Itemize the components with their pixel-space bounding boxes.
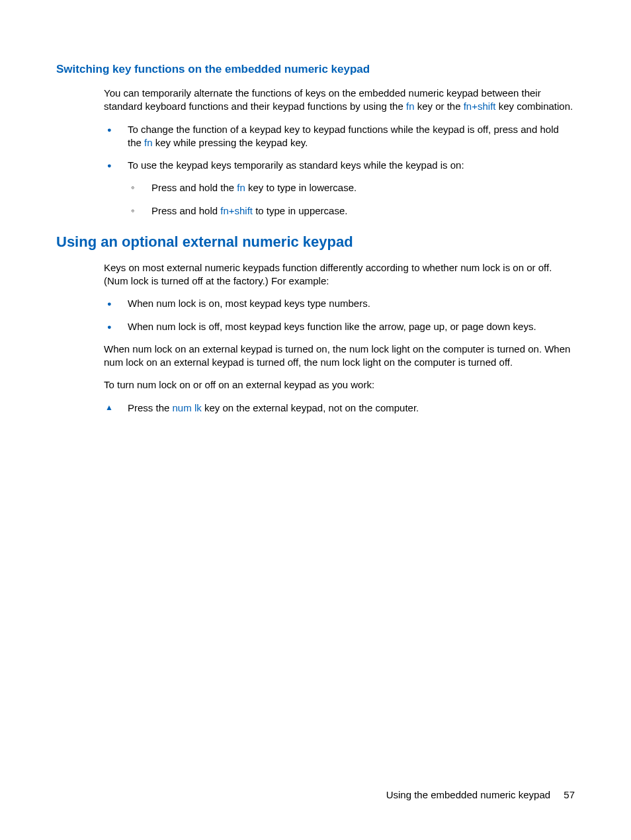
bullet-list-1: To change the function of a keypad key t…: [104, 123, 575, 218]
list-item: Press the num lk key on the external key…: [104, 401, 575, 415]
key-num-lk: num lk: [173, 402, 202, 413]
list-item: Press and hold fn+shift to type in upper…: [128, 204, 575, 218]
bullet-list-2: When num lock is on, most keypad keys ty…: [104, 297, 575, 333]
text: To use the keypad keys temporarily as st…: [128, 159, 464, 171]
text: key combination.: [495, 101, 573, 112]
sub-bullet-list: Press and hold the fn key to type in low…: [128, 181, 575, 218]
heading-switching-key-functions: Switching key functions on the embedded …: [56, 63, 575, 76]
text: key on the external keypad, not on the c…: [202, 402, 419, 413]
text: Press and hold: [151, 205, 220, 216]
footer-section-title: Using the embedded numeric keypad: [386, 789, 550, 800]
key-fn: fn: [144, 137, 153, 148]
text: key or the: [414, 101, 463, 112]
para-intro-1: You can temporarily alternate the functi…: [104, 87, 575, 114]
text: Press the: [128, 402, 173, 413]
list-item: To use the keypad keys temporarily as st…: [104, 159, 575, 218]
list-item: When num lock is off, most keypad keys f…: [104, 320, 575, 333]
list-item: When num lock is on, most keypad keys ty…: [104, 297, 575, 310]
key-fn-shift: fn+shift: [220, 205, 253, 216]
triangle-list: Press the num lk key on the external key…: [104, 401, 575, 415]
text: to type in uppercase.: [253, 205, 347, 216]
list-item: Press and hold the fn key to type in low…: [128, 181, 575, 194]
text: Press and hold the: [151, 182, 237, 193]
text: key while pressing the keypad key.: [153, 137, 308, 148]
para-intro-2: Keys on most external numeric keypads fu…: [104, 261, 575, 288]
heading-using-external-keypad: Using an optional external numeric keypa…: [56, 233, 575, 251]
key-fn: fn: [406, 101, 415, 112]
list-item: To change the function of a keypad key t…: [104, 123, 575, 150]
page-number: 57: [564, 789, 575, 800]
key-fn: fn: [237, 182, 245, 193]
page-footer: Using the embedded numeric keypad 57: [386, 789, 575, 800]
para-numlock-light: When num lock on an external keypad is t…: [104, 343, 575, 370]
key-fn-shift: fn+shift: [464, 101, 496, 112]
para-toggle-instruction: To turn num lock on or off on an externa…: [104, 378, 575, 392]
text: key to type in lowercase.: [245, 182, 357, 193]
